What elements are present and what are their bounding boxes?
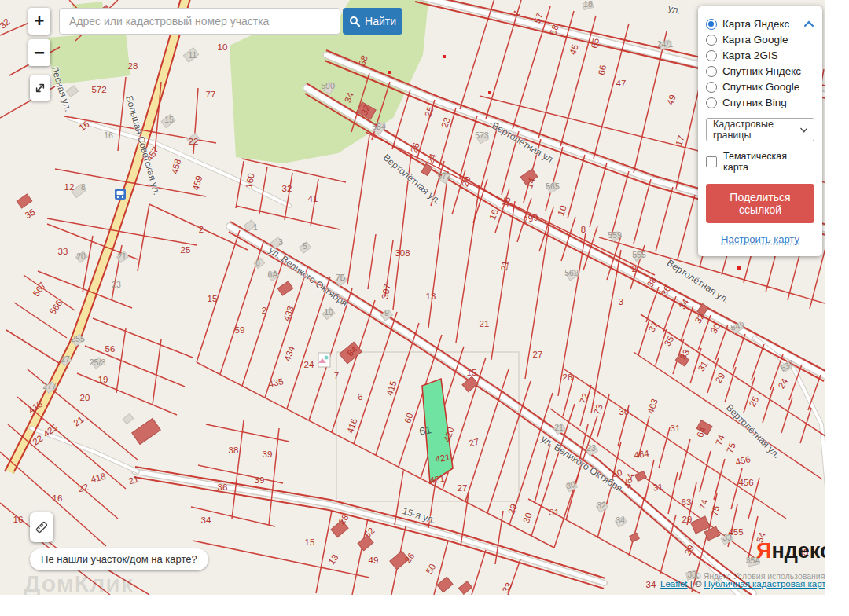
zoom-out-button[interactable]: −	[28, 39, 50, 66]
cadastral-map-app: 3227281011572771616152212845745845935332…	[0, 0, 825, 595]
layer-option-map-yandex[interactable]: Карта Яндекс	[706, 18, 814, 30]
photo-marker-icon[interactable]	[318, 353, 330, 367]
radio-icon	[706, 66, 717, 77]
layer-label: Спутник Яндекс	[722, 65, 801, 77]
radio-icon	[706, 82, 717, 93]
park-area	[47, 31, 130, 85]
domclick-watermark: ДомКлик	[24, 570, 134, 595]
radio-icon	[706, 97, 717, 108]
radio-icon	[706, 35, 717, 46]
layer-label: Карта 2GIS	[722, 50, 778, 61]
thematic-map-label: Тематическая карта	[723, 151, 814, 173]
measure-button[interactable]	[30, 512, 53, 542]
overlay-type-value: Кадастровые границы	[713, 119, 800, 141]
zoom-in-button[interactable]: +	[28, 8, 50, 35]
layers-panel: Карта Яндекс Карта Google Карта 2GIS Спу…	[698, 6, 822, 256]
chevron-up-icon[interactable]	[803, 20, 814, 28]
radio-icon	[706, 19, 717, 30]
share-link-button[interactable]: Поделиться ссылкой	[706, 184, 814, 223]
fullscreen-button[interactable]	[30, 75, 50, 101]
find-button-label: Найти	[365, 15, 396, 28]
ruler-icon	[35, 520, 49, 534]
attribution: Leaflet | © Публичная кадастровая карта,…	[660, 579, 825, 588]
yandex-logo: Яндекс	[756, 539, 825, 563]
customize-map-link[interactable]: Настроить карту	[706, 233, 814, 245]
overlay-type-select[interactable]: Кадастровые границы	[706, 118, 814, 141]
layer-label: Спутник Google	[722, 81, 799, 93]
not-found-link[interactable]: Не нашли участок/дом на карте?	[30, 548, 208, 570]
pkk-link[interactable]: Публичная кадастровая карта,	[704, 579, 825, 588]
layer-option-sat-bing[interactable]: Спутник Bing	[706, 97, 814, 108]
expand-arrows-icon	[35, 82, 46, 94]
layer-label: Карта Google	[722, 34, 788, 46]
chevron-down-icon	[800, 127, 807, 133]
leaflet-link[interactable]: Leaflet	[660, 579, 688, 588]
layer-option-map-google[interactable]: Карта Google	[706, 34, 814, 46]
search-input[interactable]	[59, 8, 340, 35]
radio-icon	[706, 50, 717, 61]
search-icon	[349, 16, 360, 27]
layer-label: Спутник Bing	[722, 97, 787, 108]
layer-option-map-2gis[interactable]: Карта 2GIS	[706, 50, 814, 61]
thematic-map-checkbox-row[interactable]: Тематическая карта	[706, 151, 814, 173]
bus-stop-icon[interactable]	[115, 189, 126, 200]
find-button[interactable]: Найти	[343, 8, 402, 35]
layer-label: Карта Яндекс	[722, 18, 789, 30]
layer-option-sat-google[interactable]: Спутник Google	[706, 81, 814, 93]
layer-option-sat-yandex[interactable]: Спутник Яндекс	[706, 65, 814, 77]
checkbox-icon[interactable]	[706, 156, 717, 167]
